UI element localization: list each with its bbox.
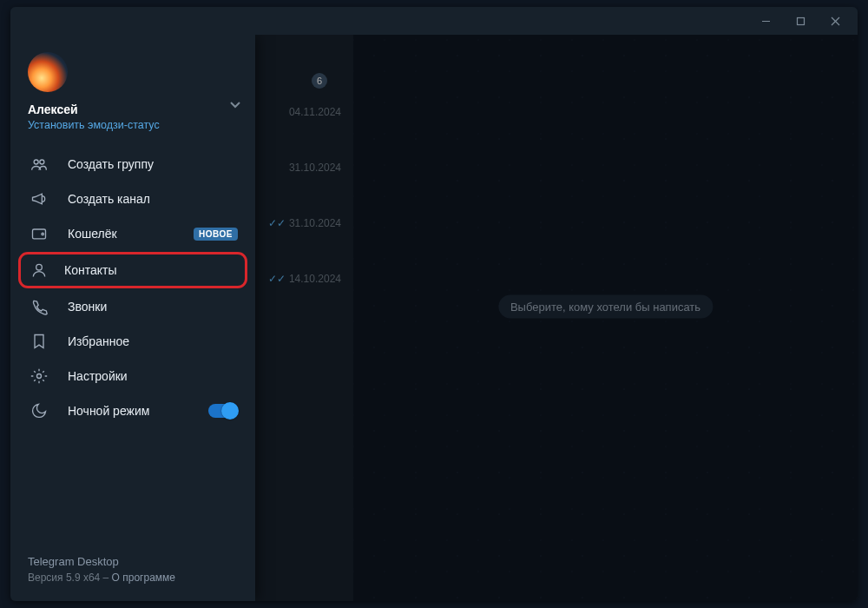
chevron-down-icon	[229, 99, 241, 111]
svg-rect-1	[797, 17, 804, 24]
menu-contacts[interactable]: Контакты	[19, 253, 247, 287]
menu-saved[interactable]: Избранное	[10, 324, 255, 359]
new-badge: НОВОЕ	[194, 228, 238, 241]
menu-label: Избранное	[68, 334, 129, 348]
svg-point-8	[36, 264, 43, 270]
menu-night-mode[interactable]: Ночной режим	[10, 393, 255, 428]
menu-label: Ночной режим	[68, 404, 149, 418]
svg-point-4	[34, 160, 38, 164]
app-version: Версия 5.9 x64 –	[28, 572, 112, 584]
wallet-icon	[30, 224, 49, 243]
menu-label: Создать канал	[68, 192, 150, 206]
megaphone-icon	[30, 189, 49, 208]
close-button[interactable]	[818, 9, 852, 33]
profile-block: Алексей Установить эмодзи-статус	[10, 35, 255, 142]
menu-label: Кошелёк	[68, 227, 117, 241]
menu-label: Создать группу	[68, 157, 154, 171]
drawer-footer: Telegram Desktop Версия 5.9 x64 – О прог…	[10, 541, 255, 602]
menu-new-channel[interactable]: Создать канал	[10, 182, 255, 216]
profile-name: Алексей	[28, 102, 238, 116]
maximize-button[interactable]	[783, 9, 818, 33]
menu-settings[interactable]: Настройки	[10, 359, 255, 393]
side-drawer: Алексей Установить эмодзи-статус Создать…	[10, 35, 255, 601]
night-mode-toggle[interactable]	[208, 404, 238, 418]
svg-point-5	[40, 160, 44, 164]
contact-icon	[30, 261, 49, 280]
menu-label: Звонки	[68, 300, 107, 314]
titlebar	[10, 7, 858, 35]
app-name: Telegram Desktop	[28, 553, 238, 571]
svg-point-9	[37, 374, 42, 379]
phone-icon	[30, 297, 49, 316]
app-window: 6 04.11.2024 gram Premium б… 31.10.2024 …	[10, 7, 858, 601]
about-link[interactable]: О программе	[112, 572, 175, 584]
group-icon	[30, 155, 49, 174]
menu-label: Контакты	[64, 263, 116, 277]
moon-icon	[30, 401, 49, 420]
gear-icon	[30, 367, 49, 386]
set-emoji-status-link[interactable]: Установить эмодзи-статус	[28, 119, 238, 131]
avatar[interactable]	[28, 52, 68, 92]
minimize-button[interactable]	[748, 9, 783, 33]
bookmark-icon	[30, 332, 49, 351]
menu-new-group[interactable]: Создать группу	[10, 147, 255, 182]
menu-wallet[interactable]: Кошелёк НОВОЕ	[10, 216, 255, 251]
svg-point-7	[42, 233, 43, 235]
menu-calls[interactable]: Звонки	[10, 289, 255, 324]
menu-label: Настройки	[68, 369, 128, 383]
drawer-menu: Создать группу Создать канал Кошелёк НОВ…	[10, 142, 255, 433]
expand-accounts-button[interactable]	[229, 99, 241, 115]
